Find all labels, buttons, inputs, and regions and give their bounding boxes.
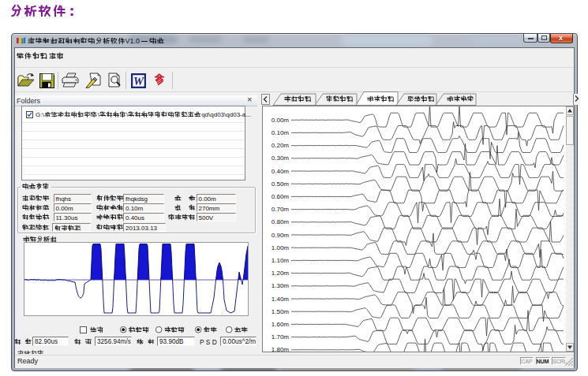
svg-text:1.70m: 1.70m	[271, 333, 289, 341]
svg-text:1.30m: 1.30m	[271, 282, 289, 289]
svg-text:W: W	[133, 74, 144, 87]
svg-text:1.10m: 1.10m	[271, 257, 289, 264]
svg-text:0.90m: 0.90m	[271, 232, 289, 239]
svg-text:1.40m: 1.40m	[271, 296, 289, 303]
svg-text:0.50m: 0.50m	[271, 181, 289, 188]
svg-text:0.30m: 0.30m	[271, 154, 289, 162]
svg-text:0.60m: 0.60m	[271, 193, 289, 200]
svg-text:1.50m: 1.50m	[271, 308, 289, 315]
svg-text:1.80m: 1.80m	[271, 346, 289, 352]
svg-text:1.60m: 1.60m	[271, 321, 289, 328]
svg-text:1.20m: 1.20m	[271, 270, 289, 277]
svg-text:1.00m: 1.00m	[271, 244, 289, 251]
svg-text:0.70m: 0.70m	[271, 206, 289, 213]
svg-text:0.10m: 0.10m	[271, 129, 289, 136]
svg-text:0.80m: 0.80m	[271, 218, 289, 225]
svg-text:0.00m: 0.00m	[271, 117, 289, 124]
svg-text:0.20m: 0.20m	[271, 142, 289, 149]
svg-text:0.40m: 0.40m	[271, 168, 289, 175]
